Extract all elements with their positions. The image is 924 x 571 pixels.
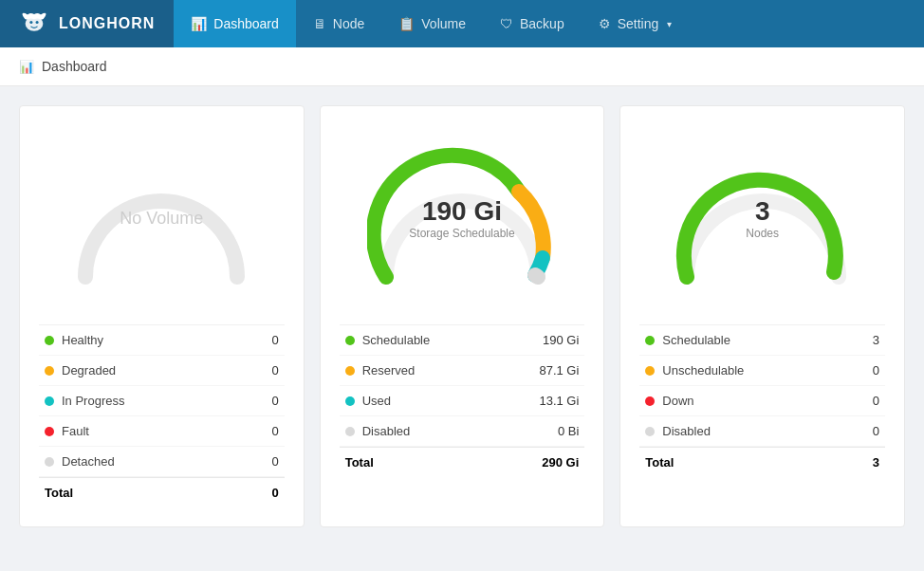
dot-schedulable-nodes bbox=[645, 336, 655, 345]
dot-detached bbox=[45, 457, 54, 467]
stat-row-in-progress: In Progress 0 bbox=[39, 386, 285, 416]
stat-label-fault: Fault bbox=[45, 424, 89, 438]
stat-value-used: 13.1 Gi bbox=[539, 394, 579, 408]
stat-value-detached: 0 bbox=[271, 454, 278, 469]
nav-dashboard[interactable]: 📊 Dashboard bbox=[174, 0, 296, 47]
stat-row-fault: Fault 0 bbox=[39, 416, 285, 447]
stat-label-schedulable-nodes: Schedulable bbox=[645, 333, 730, 347]
stat-value-schedulable-nodes: 3 bbox=[873, 333, 879, 347]
stat-label-unschedulable: Unschedulable bbox=[645, 363, 744, 378]
total-volumes-value: 0 bbox=[271, 486, 278, 500]
dot-fault bbox=[45, 427, 54, 436]
dot-reserved bbox=[345, 366, 355, 376]
nav-node-label: Node bbox=[333, 16, 364, 31]
dot-in-progress bbox=[45, 396, 54, 406]
volumes-gauge-container: No Volume bbox=[39, 125, 285, 315]
stat-row-reserved: Reserved 87.1 Gi bbox=[340, 356, 585, 386]
total-storage-label: Total bbox=[345, 455, 374, 470]
svg-point-1 bbox=[29, 21, 32, 24]
dot-down bbox=[645, 396, 655, 406]
stat-label-reserved: Reserved bbox=[345, 363, 416, 378]
svg-point-2 bbox=[36, 21, 39, 24]
node-icon: 🖥 bbox=[313, 16, 326, 31]
stat-label-degraded: Degraded bbox=[45, 363, 116, 378]
stat-value-fault: 0 bbox=[271, 424, 278, 438]
dashboard-icon: 📊 bbox=[191, 16, 207, 31]
dot-unschedulable bbox=[645, 366, 655, 376]
nav-setting-label: Setting bbox=[618, 16, 659, 31]
nav-backup[interactable]: 🛡 Backup bbox=[483, 0, 582, 47]
main-content: No Volume Healthy 0 Degraded 0 bbox=[0, 86, 924, 546]
total-nodes-label: Total bbox=[645, 455, 674, 470]
brand-logo-icon bbox=[19, 10, 49, 37]
nav-menu: 📊 Dashboard 🖥 Node 📋 Volume 🛡 Backup ⚙ S… bbox=[174, 0, 689, 47]
stat-value-degraded: 0 bbox=[271, 363, 278, 378]
stat-label-disabled-nodes: Disabled bbox=[645, 424, 711, 438]
stat-row-down: Down 0 bbox=[639, 386, 885, 416]
cards-row: No Volume Healthy 0 Degraded 0 bbox=[19, 105, 905, 527]
stat-label-detached: Detached bbox=[45, 454, 115, 469]
dot-disabled-storage bbox=[345, 427, 355, 436]
dot-degraded bbox=[45, 366, 54, 376]
nav-volume[interactable]: 📋 Volume bbox=[381, 0, 483, 47]
stat-value-disabled-nodes: 0 bbox=[873, 424, 879, 438]
storage-stats: Schedulable 190 Gi Reserved 87.1 Gi Used bbox=[340, 324, 585, 477]
nav-volume-label: Volume bbox=[421, 16, 466, 31]
storage-gauge-container: 190 Gi Storage Schedulable bbox=[340, 125, 585, 315]
stat-row-used: Used 13.1 Gi bbox=[340, 386, 585, 416]
storage-card: 190 Gi Storage Schedulable Schedulable 1… bbox=[320, 105, 605, 527]
dot-healthy bbox=[45, 336, 54, 345]
stat-row-healthy: Healthy 0 bbox=[39, 325, 285, 356]
volumes-stats: Healthy 0 Degraded 0 In Progress bbox=[39, 324, 285, 507]
stat-label-schedulable-storage: Schedulable bbox=[345, 333, 431, 347]
brand-name: LONGHORN bbox=[59, 15, 155, 32]
storage-gauge-value: 190 Gi bbox=[409, 196, 514, 227]
stat-label-used: Used bbox=[345, 394, 391, 408]
stat-value-down: 0 bbox=[873, 394, 879, 408]
brand[interactable]: LONGHORN bbox=[0, 0, 174, 47]
stat-row-detached: Detached 0 bbox=[39, 447, 285, 477]
stat-row-total-storage: Total 290 Gi bbox=[340, 447, 585, 477]
nav-node[interactable]: 🖥 Node bbox=[296, 0, 381, 47]
nav-dashboard-label: Dashboard bbox=[213, 16, 279, 31]
nodes-gauge-value: 3 bbox=[746, 196, 779, 227]
svg-point-0 bbox=[26, 16, 44, 31]
stat-row-disabled-nodes: Disabled 0 bbox=[639, 416, 885, 447]
volumes-card: No Volume Healthy 0 Degraded 0 bbox=[19, 105, 305, 527]
stat-value-healthy: 0 bbox=[271, 333, 278, 347]
stat-label-in-progress: In Progress bbox=[45, 394, 124, 408]
total-storage-value: 290 Gi bbox=[542, 455, 579, 470]
stat-row-schedulable-nodes: Schedulable 3 bbox=[639, 325, 885, 356]
nodes-card: 3 Nodes Schedulable 3 Unschedulable bbox=[619, 105, 905, 527]
stat-row-unschedulable: Unschedulable 0 bbox=[639, 356, 885, 386]
volumes-gauge-center: No Volume bbox=[120, 209, 203, 229]
dot-used bbox=[345, 396, 355, 406]
nav-backup-label: Backup bbox=[520, 16, 564, 31]
stat-label-down: Down bbox=[645, 394, 693, 408]
storage-gauge-center: 190 Gi Storage Schedulable bbox=[409, 196, 514, 240]
setting-icon: ⚙ bbox=[599, 16, 611, 31]
stat-value-disabled-storage: 0 Bi bbox=[558, 424, 579, 438]
breadcrumb-label: Dashboard bbox=[42, 59, 107, 74]
nodes-stats: Schedulable 3 Unschedulable 0 Down bbox=[639, 324, 885, 477]
stat-label-disabled-storage: Disabled bbox=[345, 424, 411, 438]
stat-row-total-volumes: Total 0 bbox=[39, 477, 285, 507]
nav-setting[interactable]: ⚙ Setting ▾ bbox=[582, 0, 690, 47]
breadcrumb: 📊 Dashboard bbox=[0, 47, 924, 86]
total-volumes-label: Total bbox=[45, 486, 73, 500]
nodes-gauge-container: 3 Nodes bbox=[639, 125, 885, 315]
backup-icon: 🛡 bbox=[500, 16, 513, 31]
total-nodes-value: 3 bbox=[873, 455, 879, 470]
stat-value-unschedulable: 0 bbox=[873, 363, 879, 378]
setting-chevron-icon: ▾ bbox=[667, 19, 672, 29]
volume-icon: 📋 bbox=[398, 16, 415, 31]
breadcrumb-icon: 📊 bbox=[19, 60, 34, 74]
navbar: LONGHORN 📊 Dashboard 🖥 Node 📋 Volume 🛡 B… bbox=[0, 0, 924, 47]
nodes-gauge-center: 3 Nodes bbox=[746, 196, 779, 240]
stat-value-reserved: 87.1 Gi bbox=[539, 363, 579, 378]
stat-row-degraded: Degraded 0 bbox=[39, 356, 285, 386]
storage-gauge-label: Storage Schedulable bbox=[409, 227, 514, 240]
stat-label-healthy: Healthy bbox=[45, 333, 103, 347]
dot-disabled-nodes bbox=[645, 427, 655, 436]
stat-row-total-nodes: Total 3 bbox=[639, 447, 885, 477]
